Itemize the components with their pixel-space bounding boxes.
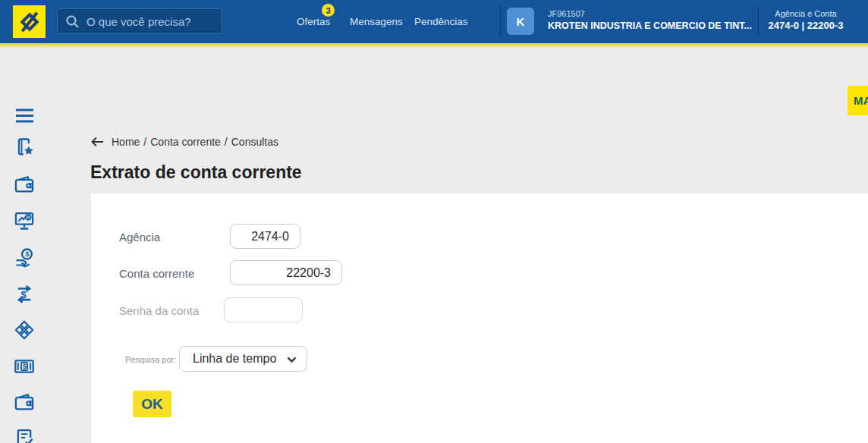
svg-text:$: $: [27, 215, 30, 221]
svg-text:$: $: [23, 363, 27, 371]
breadcrumb-consultas[interactable]: Consultas: [231, 136, 278, 148]
breadcrumb-conta-corrente[interactable]: Conta corrente: [150, 136, 221, 148]
sidebar: $ $ $ $: [0, 48, 49, 443]
hand-coin-icon[interactable]: $: [14, 247, 35, 268]
search-input[interactable]: O que você precisa?: [57, 8, 222, 34]
search-placeholder: O que você precisa?: [86, 15, 191, 28]
breadcrumb-separator: /: [143, 136, 146, 148]
conta-corrente-label: Conta corrente: [119, 267, 194, 280]
nav-mensagens[interactable]: Mensagens: [350, 16, 403, 27]
ok-button[interactable]: OK: [133, 391, 171, 417]
more-options-button[interactable]: MA: [848, 86, 868, 115]
pesquisa-por-label: Pesquisa por:: [125, 355, 176, 364]
ofertas-badge: 3: [322, 4, 335, 17]
document-check-icon[interactable]: [14, 427, 35, 443]
back-arrow-icon[interactable]: [91, 137, 104, 147]
banknote-icon[interactable]: $: [14, 356, 35, 377]
nav-pendencias[interactable]: Pendências: [414, 16, 468, 27]
svg-text:$: $: [25, 250, 30, 258]
account-value: 2474-0 | 22200-3: [758, 20, 854, 31]
agencia-label: Agência: [119, 231, 160, 243]
user-avatar[interactable]: K: [507, 8, 534, 35]
breadcrumb: Home / Conta corrente / Consultas: [91, 136, 278, 148]
nav-ofertas[interactable]: Ofertas: [297, 16, 330, 27]
card-star-icon[interactable]: [14, 137, 35, 158]
header-divider: [500, 6, 501, 37]
account-label: Agência e Conta: [758, 9, 854, 18]
breadcrumb-home[interactable]: Home: [112, 136, 140, 148]
agencia-input[interactable]: [230, 224, 300, 249]
breadcrumb-separator: /: [225, 136, 228, 148]
pesquisa-select[interactable]: Linha de tempo: [179, 346, 307, 372]
page-title: Extrato de conta corrente: [90, 162, 302, 183]
menu-icon[interactable]: [14, 105, 35, 126]
wallet2-icon[interactable]: [14, 391, 35, 413]
money-transfer-icon[interactable]: $: [14, 283, 35, 304]
senha-input[interactable]: [224, 297, 303, 322]
account-selector[interactable]: Agência e Conta 2474-0 | 22200-3: [758, 9, 854, 31]
content-panel: [91, 193, 868, 443]
conta-corrente-input[interactable]: [230, 260, 342, 285]
user-id: JF961507: [548, 9, 585, 18]
senha-label: Senha da conta: [119, 304, 199, 317]
pix-icon[interactable]: [14, 319, 35, 341]
monitor-chart-icon[interactable]: $: [14, 210, 35, 231]
bb-logo-glyph: [17, 9, 42, 35]
header-accent-line: [0, 43, 868, 48]
search-icon: [65, 14, 80, 29]
top-bar: O que você precisa? Ofertas 3 Mensagens …: [0, 0, 868, 43]
pesquisa-selected-option: Linha de tempo: [193, 352, 276, 366]
chevron-down-icon: [287, 357, 297, 363]
bb-bank-logo[interactable]: [13, 5, 46, 38]
user-name: KROTEN INDUSTRIA E COMERCIO DE TINT...: [548, 20, 752, 31]
wallet-icon[interactable]: [14, 174, 35, 195]
